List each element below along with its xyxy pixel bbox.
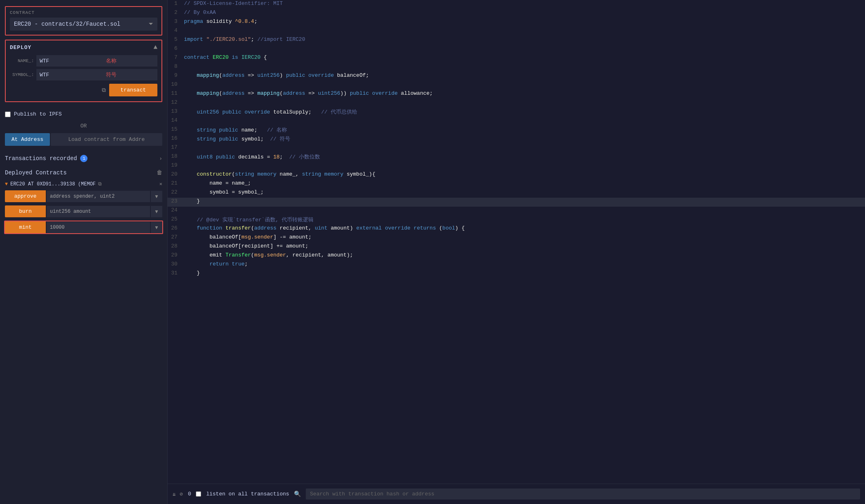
contract-label: CONTRACT bbox=[10, 10, 157, 15]
line-content-4 bbox=[184, 27, 195, 33]
cancel-icon[interactable]: ⊘ bbox=[180, 491, 183, 497]
code-line-6: 6 bbox=[168, 45, 865, 54]
transactions-badge: 1 bbox=[80, 155, 87, 162]
line-num-1: 1 bbox=[168, 0, 184, 7]
bottom-icons: ⇊ ⊘ bbox=[173, 491, 183, 497]
line-content-3: pragma solidity ^0.8.4; bbox=[184, 18, 265, 25]
line-num-15: 15 bbox=[168, 126, 184, 132]
code-line-28: 28 balanceOf[recipient] += amount; bbox=[168, 243, 865, 252]
symbol-input-group: 符号 bbox=[36, 69, 157, 80]
line-num-17: 17 bbox=[168, 144, 184, 150]
name-input[interactable] bbox=[36, 55, 65, 67]
line-content-27: balanceOf[msg.sender] -= amount; bbox=[184, 234, 320, 240]
transactions-row[interactable]: Transactions recorded 1 › bbox=[0, 151, 167, 166]
approve-button[interactable]: approve bbox=[5, 190, 46, 202]
contract-select[interactable]: ERC20 - contracts/32/Faucet.sol bbox=[10, 18, 157, 31]
symbol-hint: 符号 bbox=[65, 69, 157, 80]
load-contract-tab[interactable]: Load contract from Addre bbox=[51, 133, 162, 146]
line-num-29: 29 bbox=[168, 252, 184, 258]
mint-row: mint ▼ bbox=[4, 221, 163, 234]
deploy-header: DEPLOY ▲ bbox=[10, 44, 157, 51]
code-line-3: 3 pragma solidity ^0.8.4; bbox=[168, 18, 865, 27]
line-num-4: 4 bbox=[168, 27, 184, 33]
line-num-26: 26 bbox=[168, 225, 184, 231]
code-line-26: 26 function transfer(address recipient, … bbox=[168, 225, 865, 234]
code-line-11: 11 mapping(address => mapping(address =>… bbox=[168, 90, 865, 99]
code-line-18: 18 uint8 public decimals = 18; // 小数位数 bbox=[168, 153, 865, 162]
mint-button[interactable]: mint bbox=[5, 221, 46, 233]
name-label: NAME_: bbox=[10, 58, 36, 63]
line-content-30: return true; bbox=[184, 261, 256, 267]
line-content-2: // By 0xAA bbox=[184, 9, 224, 16]
line-content-14 bbox=[184, 117, 195, 123]
code-line-5: 5 import "./IERC20.sol"; //import IERC20 bbox=[168, 36, 865, 45]
line-content-22: symbol = symbol_; bbox=[184, 189, 272, 195]
instance-close-icon[interactable]: ✕ bbox=[159, 181, 162, 187]
code-line-4: 4 bbox=[168, 27, 865, 36]
symbol-label: SYMBOL_: bbox=[10, 72, 36, 77]
line-num-5: 5 bbox=[168, 36, 184, 42]
copy-icon[interactable]: ⧉ bbox=[102, 87, 106, 94]
code-line-14: 14 bbox=[168, 117, 865, 126]
code-line-2: 2 // By 0xAA bbox=[168, 9, 865, 18]
deploy-section: DEPLOY ▲ NAME_: 名称 SYMBOL_: 符号 ⧉ transac… bbox=[5, 40, 162, 102]
burn-button[interactable]: burn bbox=[5, 205, 46, 217]
approve-row: approve ▼ bbox=[5, 190, 162, 202]
line-num-16: 16 bbox=[168, 135, 184, 141]
line-content-8 bbox=[184, 63, 195, 69]
line-content-24 bbox=[184, 207, 195, 213]
code-line-27: 27 balanceOf[msg.sender] -= amount; bbox=[168, 234, 865, 243]
ipfs-row: Publish to IPFS bbox=[0, 107, 167, 121]
approve-input[interactable] bbox=[47, 191, 150, 202]
line-num-28: 28 bbox=[168, 243, 184, 249]
transact-button[interactable]: transact bbox=[109, 84, 157, 96]
burn-chevron-icon[interactable]: ▼ bbox=[151, 206, 162, 217]
bottom-count: 0 bbox=[188, 491, 191, 497]
code-line-8: 8 bbox=[168, 63, 865, 72]
code-line-19: 19 bbox=[168, 162, 865, 171]
line-num-25: 25 bbox=[168, 216, 184, 222]
mint-chevron-icon[interactable]: ▼ bbox=[151, 222, 162, 233]
deploy-chevron-icon[interactable]: ▲ bbox=[153, 44, 157, 51]
line-content-11: mapping(address => mapping(address => ui… bbox=[184, 90, 441, 96]
code-line-17: 17 bbox=[168, 144, 865, 153]
line-num-9: 9 bbox=[168, 72, 184, 78]
line-num-21: 21 bbox=[168, 180, 184, 186]
symbol-input[interactable] bbox=[36, 69, 65, 80]
line-num-12: 12 bbox=[168, 99, 184, 105]
burn-input[interactable] bbox=[47, 206, 150, 217]
line-content-29: emit Transfer(msg.sender, recipient, amo… bbox=[184, 252, 361, 258]
instance-chevron-icon[interactable]: ▼ bbox=[5, 181, 8, 187]
name-input-group: 名称 bbox=[36, 55, 157, 67]
line-content-13: uint256 public override totalSupply; // … bbox=[184, 108, 365, 116]
bottom-bar: ⇊ ⊘ 0 listen on all transactions 🔍 bbox=[168, 484, 865, 504]
mint-input[interactable] bbox=[47, 222, 150, 233]
code-line-13: 13 uint256 public override totalSupply; … bbox=[168, 108, 865, 117]
trash-icon[interactable]: 🗑 bbox=[157, 169, 162, 176]
line-num-6: 6 bbox=[168, 45, 184, 51]
approve-chevron-icon[interactable]: ▼ bbox=[151, 191, 162, 202]
line-num-18: 18 bbox=[168, 153, 184, 159]
code-line-22: 22 symbol = symbol_; bbox=[168, 189, 865, 198]
line-num-22: 22 bbox=[168, 189, 184, 195]
search-icon: 🔍 bbox=[294, 491, 301, 497]
double-down-icon[interactable]: ⇊ bbox=[173, 491, 176, 497]
line-content-7: contract ERC20 is IERC20 { bbox=[184, 54, 275, 60]
transactions-label: Transactions recorded bbox=[5, 155, 77, 162]
deploy-actions: ⧉ transact bbox=[10, 84, 157, 96]
line-content-17 bbox=[184, 144, 195, 150]
line-content-23: } bbox=[184, 198, 208, 204]
at-address-tab[interactable]: At Address bbox=[5, 133, 50, 146]
code-line-12: 12 bbox=[168, 99, 865, 108]
line-num-7: 7 bbox=[168, 54, 184, 60]
line-content-1: // SPDX-License-Identifier: MIT bbox=[184, 0, 291, 7]
search-input[interactable] bbox=[306, 488, 860, 500]
line-num-3: 3 bbox=[168, 18, 184, 25]
line-content-19 bbox=[184, 162, 195, 168]
line-num-20: 20 bbox=[168, 171, 184, 177]
instance-copy-icon[interactable]: ⧉ bbox=[98, 181, 102, 187]
ipfs-checkbox[interactable] bbox=[5, 112, 11, 117]
line-num-27: 27 bbox=[168, 234, 184, 240]
listen-checkbox[interactable] bbox=[196, 491, 201, 497]
line-num-11: 11 bbox=[168, 90, 184, 96]
